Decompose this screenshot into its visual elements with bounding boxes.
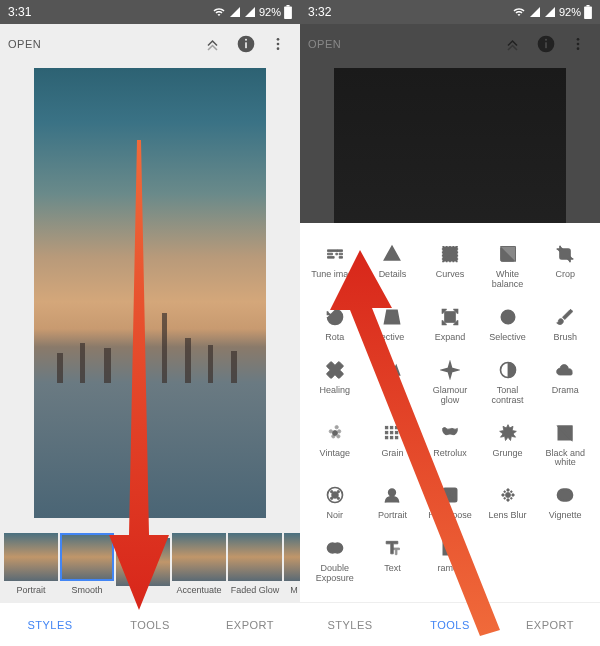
- battery-percent: 92%: [559, 6, 581, 18]
- tool-label: Portrait: [366, 511, 420, 521]
- tool-text[interactable]: Text: [364, 531, 422, 592]
- tune-image-icon: [308, 243, 362, 265]
- tool-label: Tune image: [308, 270, 362, 280]
- svg-rect-26: [386, 431, 389, 434]
- curves-icon: [423, 243, 477, 265]
- svg-rect-9: [586, 5, 589, 7]
- tab-export[interactable]: EXPORT: [200, 603, 300, 646]
- tool-label: cape: [366, 386, 420, 396]
- tool-label: Noir: [308, 511, 362, 521]
- style-label: Portrait: [4, 585, 58, 595]
- svg-point-7: [277, 47, 280, 50]
- tool-rotate[interactable]: Rota: [306, 300, 364, 351]
- style-label: Smooth: [60, 585, 114, 595]
- tool-tonal-contrast[interactable]: Tonal contrast: [479, 353, 537, 414]
- tool-drama[interactable]: Drama: [536, 353, 594, 414]
- tool-label: Tonal contrast: [481, 386, 535, 406]
- crop-icon: [538, 243, 592, 265]
- open-button[interactable]: OPEN: [8, 38, 41, 50]
- tool-frames[interactable]: rames: [421, 531, 479, 592]
- tool-expand[interactable]: Expand: [421, 300, 479, 351]
- wifi-icon: [512, 6, 526, 18]
- svg-rect-0: [284, 7, 292, 19]
- tool-grunge[interactable]: Grunge: [479, 416, 537, 477]
- tool-label: Selective: [481, 333, 535, 343]
- tool-black-and-white[interactable]: Black and white: [536, 416, 594, 477]
- tool-glamour-glow[interactable]: Glamour glow: [421, 353, 479, 414]
- style-item-smooth[interactable]: Smooth: [60, 533, 114, 595]
- style-item-portrait[interactable]: Portrait: [4, 533, 58, 595]
- tool-vintage[interactable]: Vintage: [306, 416, 364, 477]
- svg-rect-18: [445, 312, 455, 322]
- details-icon: [366, 243, 420, 265]
- svg-rect-23: [386, 426, 389, 429]
- tool-vignette[interactable]: Vignette: [536, 478, 594, 529]
- tool-label: Grain: [366, 449, 420, 459]
- tool-label: Vintage: [308, 449, 362, 459]
- tab-export[interactable]: EXPORT: [500, 603, 600, 646]
- svg-point-48: [510, 491, 512, 493]
- tool-perspective[interactable]: ective: [364, 300, 422, 351]
- svg-point-43: [501, 494, 504, 497]
- tool-label: Healing: [308, 386, 362, 396]
- signal-icon-2: [244, 6, 256, 18]
- portrait-icon: [366, 484, 420, 506]
- tab-styles[interactable]: STYLES: [0, 603, 100, 646]
- text-icon: [366, 537, 420, 559]
- style-item-3[interactable]: [116, 538, 170, 590]
- status-time: 3:31: [8, 5, 31, 19]
- style-item-faded-glow[interactable]: Faded Glow: [228, 533, 282, 595]
- tool-healing[interactable]: Healing: [306, 353, 364, 414]
- grunge-icon: [481, 422, 535, 444]
- tool-selective[interactable]: Selective: [479, 300, 537, 351]
- tool-label: Crop: [538, 270, 592, 280]
- svg-point-5: [277, 38, 280, 41]
- vintage-icon: [308, 422, 362, 444]
- style-item-more[interactable]: M: [284, 533, 300, 595]
- tool-portrait[interactable]: Portrait: [364, 478, 422, 529]
- expand-icon: [423, 306, 477, 328]
- svg-point-38: [337, 497, 340, 500]
- status-time: 3:32: [308, 5, 331, 19]
- tool-label: Double Exposure: [308, 564, 362, 584]
- svg-rect-1: [286, 5, 289, 7]
- tool-label: Rota: [308, 333, 362, 343]
- tool-label: Glamour glow: [423, 386, 477, 406]
- more-icon[interactable]: [264, 30, 292, 58]
- tool-crop[interactable]: Crop: [536, 237, 594, 298]
- tool-hdr-scape[interactable]: cape: [364, 353, 422, 414]
- tool-lens-blur[interactable]: Lens Blur: [479, 478, 537, 529]
- styles-strip[interactable]: Portrait Smooth Accentuate Faded Glow: [0, 526, 300, 602]
- tool-double-exposure[interactable]: Double Exposure: [306, 531, 364, 592]
- tool-head-pose[interactable]: Head pose: [421, 478, 479, 529]
- app-header: OPEN: [0, 24, 300, 64]
- info-icon[interactable]: [232, 30, 260, 58]
- main-image-area[interactable]: [0, 64, 300, 526]
- tab-styles[interactable]: STYLES: [300, 603, 400, 646]
- tab-tools[interactable]: TOOLS: [100, 603, 200, 646]
- style-item-accentuate[interactable]: Accentuate: [172, 533, 226, 595]
- retrolux-icon: [423, 422, 477, 444]
- svg-point-53: [332, 543, 342, 553]
- signal-icon: [229, 6, 241, 18]
- head-pose-icon: [423, 484, 477, 506]
- tool-grainy-film[interactable]: Grain: [364, 416, 422, 477]
- tonal-contrast-icon: [481, 359, 535, 381]
- tool-retrolux[interactable]: Retrolux: [421, 416, 479, 477]
- svg-rect-3: [245, 42, 247, 48]
- tool-noir[interactable]: Noir: [306, 478, 364, 529]
- drama-icon: [538, 359, 592, 381]
- double-exposure-icon: [308, 537, 362, 559]
- tool-details[interactable]: Details: [364, 237, 422, 298]
- glamour-glow-icon: [423, 359, 477, 381]
- tool-tune-image[interactable]: Tune image: [306, 237, 364, 298]
- battery-icon: [284, 5, 292, 19]
- svg-point-45: [506, 489, 509, 492]
- tool-white-balance[interactable]: White balance: [479, 237, 537, 298]
- undo-stack-icon[interactable]: [200, 30, 228, 58]
- tool-brush[interactable]: Brush: [536, 300, 594, 351]
- tool-curves[interactable]: Curves: [421, 237, 479, 298]
- frames-icon: [423, 537, 477, 559]
- tab-tools[interactable]: TOOLS: [400, 603, 500, 646]
- bottom-tabs: STYLES TOOLS EXPORT: [300, 602, 600, 646]
